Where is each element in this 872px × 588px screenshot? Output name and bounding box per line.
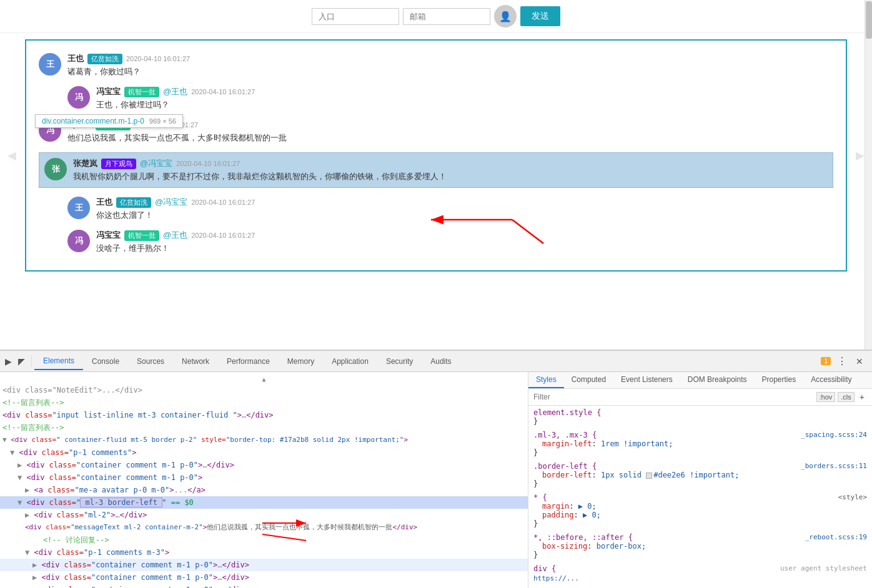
- subtab-dom-breakpoints[interactable]: DOM Breakpoints: [680, 372, 755, 388]
- elem-line-1[interactable]: <!--留言列表-->: [0, 396, 528, 409]
- tab-performance[interactable]: Performance: [218, 353, 279, 370]
- style-prop-4-0: box-sizing: border-box;: [533, 542, 867, 551]
- warning-badge: 1: [821, 357, 831, 365]
- mention-4: @冯宝宝: [140, 158, 172, 169]
- name-input[interactable]: [312, 8, 399, 25]
- style-block-1: .ml-3, .mx-3 { _spacing.scss:24 margin-l…: [533, 431, 867, 457]
- style-source-3[interactable]: <style>: [838, 493, 867, 502]
- source-link: https://...: [533, 574, 867, 582]
- text-1: 诸葛青，你败过吗？: [67, 66, 190, 77]
- tooltip-size: 969 × 56: [149, 117, 176, 125]
- mention-6: @王也: [163, 230, 187, 241]
- user-name-4: 张楚岚: [73, 158, 97, 169]
- left-nav-arrow[interactable]: ◀: [7, 149, 16, 162]
- style-block-0: element.style { }: [533, 408, 867, 426]
- comment-6: 冯 冯宝宝 机智一批 @王也 2020-04-10 16:01:27 没啥子，维…: [67, 230, 833, 254]
- avatar-fengbaobao-3: 冯: [67, 230, 90, 252]
- subtab-styles[interactable]: Styles: [528, 372, 564, 388]
- style-block-3: * { <style> margin: ▶ 0; padding: ▶ 0; }: [533, 493, 867, 528]
- tab-application[interactable]: Application: [323, 353, 377, 370]
- close-devtools-button[interactable]: ✕: [853, 355, 866, 368]
- style-close-0: }: [533, 417, 867, 426]
- elem-line-3[interactable]: <!--留言列表-->: [0, 421, 528, 434]
- tab-network[interactable]: Network: [173, 353, 218, 370]
- cls-button[interactable]: .cls: [838, 392, 855, 402]
- subtab-computed[interactable]: Computed: [564, 372, 613, 388]
- main-area: 👤 发送 ◀ ▶ 王 王也 亿贫如洗 2020-04-10 16:01:27 诸…: [0, 0, 872, 350]
- scrollbar-right[interactable]: [865, 0, 872, 350]
- style-source-2[interactable]: _borders.scss:11: [801, 462, 867, 471]
- elem-line-14[interactable]: ▶ <div class="container comment m-1 p-0"…: [0, 571, 528, 584]
- elem-line-0[interactable]: <div class="NoteEdit">...</div>: [0, 384, 528, 396]
- elem-line-12[interactable]: ▼ <div class="p-1 comments m-3">: [0, 546, 528, 559]
- elem-line-13[interactable]: ▶ <div class="container comment m-1 p-0"…: [0, 559, 528, 571]
- styles-body: element.style { } .ml-3, .mx-3 { _spacin…: [528, 406, 872, 588]
- add-style-button[interactable]: +: [857, 391, 867, 403]
- filter-input[interactable]: [533, 393, 816, 401]
- ua-stylesheet-note: div { user agent stylesheet: [533, 564, 867, 573]
- submit-button[interactable]: 发送: [520, 6, 560, 26]
- style-close-3: }: [533, 519, 867, 528]
- tab-sources[interactable]: Sources: [128, 353, 173, 370]
- elem-line-selected[interactable]: ▼ <div class=" ml-3 border-left " == $0: [0, 496, 528, 509]
- element-tooltip: div.container.comment.m-1.p-0 969 × 56: [35, 114, 183, 128]
- elem-line-8[interactable]: ▶ <a class="me-a avatar p-0 m-0">...</a>: [0, 484, 528, 496]
- avatar-zhangchulan: 张: [44, 158, 67, 180]
- elem-line-5[interactable]: ▼ <div class="p-1 comments">: [0, 446, 528, 459]
- style-source-4[interactable]: _reboot.scss:19: [805, 533, 867, 542]
- responsive-icon[interactable]: ◤: [16, 355, 27, 368]
- elem-line-10[interactable]: <div class="messageText ml-2 container-m…: [0, 521, 528, 534]
- elem-line-2[interactable]: <div class="input list-inline mt-3 conta…: [0, 409, 528, 421]
- style-close-4: }: [533, 551, 867, 559]
- email-input[interactable]: [403, 8, 490, 25]
- badge-2: 机智一批: [124, 87, 159, 97]
- comment-3-body: 冯宝宝 机智一批 2020-04-10 16:01:27 他们总说我孤，其实我一…: [67, 119, 287, 144]
- style-selector-0: element.style {: [533, 408, 867, 417]
- subtab-event-listeners[interactable]: Event Listeners: [613, 372, 680, 388]
- elem-line-7[interactable]: ▼ <div class="container comment m-1 p-0"…: [0, 471, 528, 484]
- time-5: 2020-04-10 16:01:27: [191, 198, 255, 206]
- pseudo-button[interactable]: :hov: [816, 392, 836, 402]
- user-name-1: 王也: [67, 53, 84, 64]
- badge-4: 月下观鸟: [101, 159, 136, 169]
- comment-3: 冯 冯宝宝 机智一批 2020-04-10 16:01:27 他们总说我孤，其实…: [39, 119, 833, 144]
- inspect-icon[interactable]: ▶: [2, 355, 14, 368]
- styles-subtabs: Styles Computed Event Listeners DOM Brea…: [528, 372, 872, 389]
- elem-line-6[interactable]: ▶ <div class="container comment m-1 p-0"…: [0, 459, 528, 471]
- style-selector-2: .border-left {: [533, 462, 597, 471]
- devtools-tabbar: ▶ ◤ Elements Console Sources Network Per…: [0, 351, 872, 372]
- tab-audits[interactable]: Audits: [422, 353, 460, 370]
- comment-4-highlighted: 张 张楚岚 月下观鸟 @冯宝宝 2020-04-10 16:01:27 我机智你…: [39, 152, 833, 188]
- text-3: 他们总说我孤，其实我一点也不孤，大多时候我都机智的一批: [67, 132, 287, 144]
- styles-panel: Styles Computed Event Listeners DOM Brea…: [528, 372, 872, 588]
- elem-line-11[interactable]: <!-- 讨论回复-->: [0, 534, 528, 546]
- avatar-wangye-2: 王: [67, 197, 90, 219]
- more-options-button[interactable]: ⋮: [835, 354, 850, 368]
- text-2: 王也，你被埋过吗？: [96, 99, 255, 110]
- comment-5: 王 王也 亿贫如洗 @冯宝宝 2020-04-10 16:01:27 你这也太溜…: [67, 197, 833, 221]
- badge-6: 机智一批: [124, 230, 159, 241]
- tab-elements[interactable]: Elements: [34, 353, 83, 370]
- time-2: 2020-04-10 16:01:27: [191, 88, 255, 96]
- user-name-2: 冯宝宝: [96, 86, 121, 97]
- elem-line-4[interactable]: ▼ <div class=" container-fluid mt-5 bord…: [0, 434, 528, 446]
- tab-security[interactable]: Security: [377, 353, 422, 370]
- elem-line-9[interactable]: ▶ <div class="ml-2">…</div>: [0, 509, 528, 521]
- tab-console[interactable]: Console: [83, 353, 128, 370]
- scroll-up-indicator: ▲: [0, 375, 528, 384]
- comment-6-body: 冯宝宝 机智一批 @王也 2020-04-10 16:01:27 没啥子，维手熟…: [96, 230, 255, 254]
- subtab-properties[interactable]: Properties: [754, 372, 803, 388]
- comment-2-body: 冯宝宝 机智一批 @王也 2020-04-10 16:01:27 王也，你被埋过…: [96, 86, 255, 110]
- devtools-panel: ▶ ◤ Elements Console Sources Network Per…: [0, 350, 872, 588]
- tab-memory[interactable]: Memory: [279, 353, 323, 370]
- comment-5-body: 王也 亿贫如洗 @冯宝宝 2020-04-10 16:01:27 你这也太溜了！: [96, 197, 255, 221]
- subtab-accessibility[interactable]: Accessibility: [803, 372, 859, 388]
- mention-5: @冯宝宝: [155, 197, 187, 208]
- style-close-2: }: [533, 479, 867, 488]
- time-4: 2020-04-10 16:01:27: [176, 160, 240, 167]
- right-nav-arrow[interactable]: ▶: [856, 149, 865, 162]
- page-wrapper: 👤 发送 ◀ ▶ 王 王也 亿贫如洗 2020-04-10 16:01:27 诸…: [0, 0, 872, 588]
- style-source-1[interactable]: _spacing.scss:24: [801, 431, 867, 439]
- elem-line-15[interactable]: ▶ <div class="container comment m-1 p-0"…: [0, 584, 528, 588]
- style-block-4: *, ::before, ::after { _reboot.scss:19 b…: [533, 533, 867, 559]
